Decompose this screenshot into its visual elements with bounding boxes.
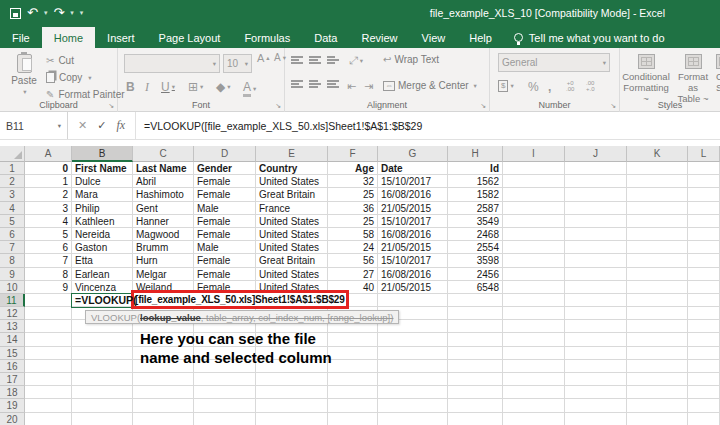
increase-decimal-button[interactable]: +0.00	[566, 80, 574, 92]
cell-G7[interactable]: 21/05/2015	[378, 241, 448, 254]
cell-F5[interactable]: 25	[328, 215, 378, 228]
increase-indent-button[interactable]: ⇥	[364, 80, 373, 93]
cell-H18[interactable]	[448, 386, 503, 399]
cell-L19[interactable]	[688, 399, 720, 412]
cell-D2[interactable]: Female	[194, 175, 256, 188]
row-header-8[interactable]: 8	[0, 254, 25, 267]
cell-H10[interactable]: 6548	[448, 281, 503, 294]
font-name-combo[interactable]: ▾	[124, 54, 220, 73]
cell-F18[interactable]	[328, 386, 378, 399]
cell-A17[interactable]	[25, 373, 72, 386]
cell-J16[interactable]	[565, 360, 627, 373]
cell-C3[interactable]: Hashimoto	[133, 188, 194, 201]
enter-icon[interactable]: ✓	[97, 119, 106, 132]
cell-K18[interactable]	[627, 386, 688, 399]
format-painter-button[interactable]: ✎ Format Painter	[46, 89, 125, 100]
cell-B17[interactable]	[72, 373, 133, 386]
cell-C17[interactable]	[133, 373, 194, 386]
cell-K10[interactable]	[627, 281, 688, 294]
cell-G3[interactable]: 16/08/2016	[378, 188, 448, 201]
cell-J14[interactable]	[565, 333, 627, 346]
cell-L20[interactable]	[688, 413, 720, 425]
cell-C9[interactable]: Melgar	[133, 268, 194, 281]
cell-A12[interactable]	[25, 307, 72, 320]
cell-K1[interactable]	[627, 162, 688, 175]
format-as-table-button[interactable]: Format asTable ~	[672, 54, 714, 104]
accounting-dropdown-icon[interactable]: ▾	[510, 82, 513, 90]
cell-F3[interactable]: 25	[328, 188, 378, 201]
grow-font-button[interactable]: A▴	[257, 52, 270, 64]
cell-H13[interactable]	[448, 320, 503, 333]
tab-formulas[interactable]: Formulas	[232, 27, 302, 48]
cell-B10[interactable]: Vincenza	[72, 281, 133, 294]
cell-I5[interactable]	[503, 215, 565, 228]
cell-I11[interactable]	[503, 294, 565, 307]
cell-B16[interactable]	[72, 360, 133, 373]
borders-dropdown-icon[interactable]: ▾	[200, 83, 203, 91]
cell-D1[interactable]: Gender	[194, 162, 256, 175]
row-header-5[interactable]: 5	[0, 215, 25, 228]
cell-F8[interactable]: 56	[328, 254, 378, 267]
cell-G15[interactable]	[378, 347, 448, 360]
cell-F16[interactable]	[328, 360, 378, 373]
cell-J3[interactable]	[565, 188, 627, 201]
cell-L5[interactable]	[688, 215, 720, 228]
cell-E6[interactable]: United States	[256, 228, 328, 241]
cell-L3[interactable]	[688, 188, 720, 201]
cell-G5[interactable]: 15/10/2017	[378, 215, 448, 228]
cell-L13[interactable]	[688, 320, 720, 333]
cell-J11[interactable]	[565, 294, 627, 307]
row-header-7[interactable]: 7	[0, 241, 25, 254]
merge-center-dropdown-icon[interactable]: ▾	[474, 82, 477, 90]
cell-L16[interactable]	[688, 360, 720, 373]
column-header-L[interactable]: L	[688, 146, 720, 162]
clipboard-dialog-launcher-icon[interactable]: ↘	[108, 102, 114, 110]
fill-color-dropdown-icon[interactable]: ▾	[227, 83, 230, 91]
cell-A7[interactable]: 6	[25, 241, 72, 254]
column-header-E[interactable]: E	[256, 146, 328, 162]
percent-style-button[interactable]: %	[528, 80, 539, 94]
column-header-G[interactable]: G	[378, 146, 448, 162]
cell-C1[interactable]: Last Name	[133, 162, 194, 175]
cell-L11[interactable]	[688, 294, 720, 307]
cell-F6[interactable]: 58	[328, 228, 378, 241]
cell-A16[interactable]	[25, 360, 72, 373]
cell-B15[interactable]	[72, 347, 133, 360]
column-header-J[interactable]: J	[565, 146, 627, 162]
cell-B9[interactable]: Earlean	[72, 268, 133, 281]
cell-B5[interactable]: Kathleen	[72, 215, 133, 228]
cell-F14[interactable]	[328, 333, 378, 346]
font-color-button[interactable]: A▾	[243, 80, 256, 97]
align-left-button[interactable]	[291, 80, 303, 88]
cell-J1[interactable]	[565, 162, 627, 175]
tab-file[interactable]: File	[0, 27, 42, 48]
row-header-18[interactable]: 18	[0, 386, 25, 399]
row-header-2[interactable]: 2	[0, 175, 25, 188]
cell-B18[interactable]	[72, 386, 133, 399]
cell-H7[interactable]: 2554	[448, 241, 503, 254]
cell-F17[interactable]	[328, 373, 378, 386]
row-header-9[interactable]: 9	[0, 268, 25, 281]
center-button[interactable]	[309, 80, 321, 88]
cell-A11[interactable]	[25, 294, 72, 307]
row-header-17[interactable]: 17	[0, 373, 25, 386]
cell-I8[interactable]	[503, 254, 565, 267]
cell-I6[interactable]	[503, 228, 565, 241]
cell-J10[interactable]	[565, 281, 627, 294]
select-all-corner[interactable]	[0, 146, 25, 162]
cell-F1[interactable]: Age	[328, 162, 378, 175]
cell-A6[interactable]: 5	[25, 228, 72, 241]
row-header-20[interactable]: 20	[0, 413, 25, 425]
formula-input[interactable]: =VLOOKUP([file_example_XLS_50.xls]Sheet1…	[136, 120, 720, 132]
cell-K9[interactable]	[627, 268, 688, 281]
row-header-16[interactable]: 16	[0, 360, 25, 373]
cell-E7[interactable]: United States	[256, 241, 328, 254]
cell-H3[interactable]: 1582	[448, 188, 503, 201]
cell-H5[interactable]: 3549	[448, 215, 503, 228]
accounting-format-button[interactable]: $▾	[498, 80, 514, 92]
cell-I16[interactable]	[503, 360, 565, 373]
cell-B2[interactable]: Dulce	[72, 175, 133, 188]
cell-G1[interactable]: Date	[378, 162, 448, 175]
cell-I20[interactable]	[503, 413, 565, 425]
cell-H4[interactable]: 2587	[448, 202, 503, 215]
